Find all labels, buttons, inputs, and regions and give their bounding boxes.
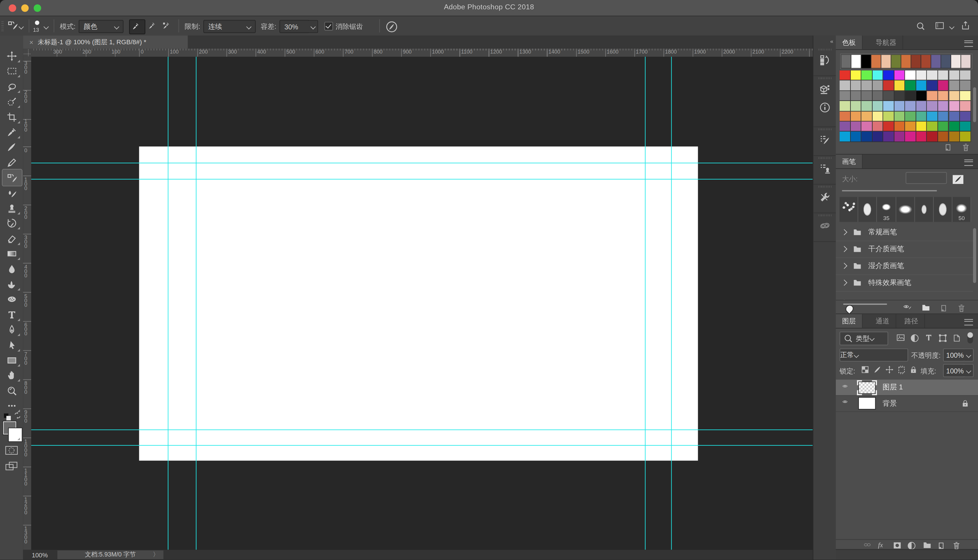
color-swatch[interactable] [861, 91, 873, 101]
color-swatch[interactable] [839, 132, 851, 142]
tool-pencil[interactable] [2, 155, 21, 170]
layer-style-fx-icon[interactable]: fx [877, 540, 887, 549]
tool-path-selection[interactable] [2, 338, 21, 352]
fuzzy-round-brush[interactable] [896, 197, 915, 222]
brush-group-row[interactable] [836, 294, 973, 300]
tool-zoom[interactable] [2, 383, 21, 398]
share-icon[interactable] [961, 21, 970, 30]
color-swatch[interactable] [938, 122, 949, 132]
lock-artboard-icon[interactable] [897, 365, 906, 375]
history-panel-icon[interactable] [813, 50, 836, 69]
color-swatch[interactable] [894, 101, 905, 111]
recent-swatch[interactable] [891, 55, 901, 68]
tool-eyedropper[interactable] [2, 125, 21, 139]
brush-settings-panel-icon[interactable] [813, 130, 836, 149]
color-swatch[interactable] [894, 91, 905, 101]
panel-menu-icon[interactable] [964, 160, 973, 166]
color-swatch[interactable] [949, 122, 960, 132]
color-swatch[interactable] [905, 81, 916, 91]
color-swatch[interactable] [938, 70, 949, 81]
opacity-input[interactable]: 100% [943, 348, 965, 362]
color-swatch[interactable] [960, 111, 971, 122]
oil-stroke-brush-2[interactable] [934, 197, 953, 222]
brush-folder-icon[interactable] [952, 173, 964, 185]
color-swatch[interactable] [916, 101, 927, 111]
status-chevron-icon[interactable]: 〉 [153, 550, 159, 559]
color-swatch[interactable] [949, 111, 960, 122]
color-swatch[interactable] [861, 70, 873, 81]
color-swatch[interactable] [872, 122, 883, 132]
color-swatch[interactable] [905, 70, 916, 81]
tool-history-brush[interactable] [2, 216, 21, 231]
fill-chevron[interactable] [964, 364, 974, 377]
color-swatch[interactable] [916, 122, 927, 132]
scatter-texture-brush[interactable] [839, 197, 859, 222]
color-swatch[interactable] [861, 111, 873, 122]
color-swatch[interactable] [883, 70, 895, 81]
color-swatch[interactable] [839, 70, 851, 81]
color-swatch[interactable] [894, 111, 905, 122]
color-swatch[interactable] [960, 132, 971, 142]
color-swatch[interactable] [927, 122, 938, 132]
filter-toggle-pill[interactable] [968, 332, 973, 343]
oil-stroke-brush[interactable] [858, 197, 877, 222]
sampling-continuous-button[interactable] [129, 19, 145, 34]
color-swatch[interactable] [883, 81, 895, 91]
brushes-scrollbar[interactable] [973, 228, 976, 283]
tool-sponge[interactable] [2, 292, 21, 307]
add-layer-mask-icon[interactable] [892, 541, 902, 550]
color-swatch[interactable] [894, 81, 905, 91]
lock-position-icon[interactable] [885, 365, 894, 374]
ruler-origin-box[interactable] [23, 48, 32, 57]
collapse-panels-icon[interactable]: « [830, 38, 833, 44]
tolerance-chevron[interactable] [308, 20, 318, 33]
color-swatch[interactable] [894, 70, 905, 81]
fill-input[interactable]: 100% [943, 364, 965, 377]
panel-menu-icon[interactable] [964, 40, 973, 47]
color-swatch[interactable] [883, 101, 895, 111]
color-swatch[interactable] [861, 132, 873, 142]
color-swatch[interactable] [905, 132, 916, 142]
zoom-level-field[interactable]: 100% [32, 551, 48, 558]
color-swatch[interactable] [916, 81, 927, 91]
lock-all-icon[interactable] [909, 365, 918, 374]
layer-thumbnail[interactable] [859, 382, 875, 393]
layer-thumbnail[interactable] [859, 398, 875, 409]
color-swatch[interactable] [872, 111, 883, 122]
close-tab-icon[interactable]: × [29, 38, 33, 46]
vertical-ruler[interactable]: 3 0 02 0 01 0 001 0 02 0 03 0 04 0 05 0 … [23, 57, 32, 550]
color-swatch[interactable] [916, 91, 927, 101]
color-swatch[interactable] [872, 101, 883, 111]
recent-swatch[interactable] [841, 55, 851, 68]
color-swatch[interactable] [938, 111, 949, 122]
color-swatch[interactable] [927, 91, 938, 101]
color-swatch[interactable] [883, 122, 895, 132]
tolerance-dropdown[interactable]: 30% [279, 20, 309, 33]
soft-round-brush[interactable]: 35 [877, 197, 896, 222]
pixel-layer-filter-icon[interactable] [896, 333, 906, 342]
color-swatch[interactable] [839, 111, 851, 122]
delete-brush-icon[interactable] [957, 303, 966, 313]
color-swatch[interactable] [894, 122, 905, 132]
color-swatch[interactable] [949, 101, 960, 111]
new-brush-icon[interactable] [939, 303, 949, 313]
recent-swatch[interactable] [931, 55, 941, 68]
tool-preset-chevron-icon[interactable] [18, 25, 23, 29]
color-swatch[interactable] [960, 81, 971, 91]
recent-swatch[interactable] [951, 55, 961, 68]
tool-smudge[interactable] [2, 277, 21, 292]
color-swatch[interactable] [861, 101, 873, 111]
guide-horizontal[interactable] [31, 445, 813, 446]
brush-size-slider[interactable] [842, 190, 937, 191]
tool-move[interactable] [2, 48, 21, 63]
document-tab[interactable]: × 未标题-1 @ 100% (图层 1, RGB/8#) * [23, 35, 188, 48]
layer-row[interactable]: 背景 [836, 395, 978, 412]
color-swatch[interactable] [883, 91, 895, 101]
tool-gradient[interactable] [2, 246, 21, 261]
color-swatch[interactable] [938, 132, 949, 142]
color-swatch[interactable] [850, 70, 861, 81]
tool-blur[interactable] [2, 262, 21, 277]
expand-chevron-icon[interactable] [841, 229, 847, 235]
recent-swatch[interactable] [941, 55, 951, 68]
recent-swatch[interactable] [871, 55, 881, 68]
